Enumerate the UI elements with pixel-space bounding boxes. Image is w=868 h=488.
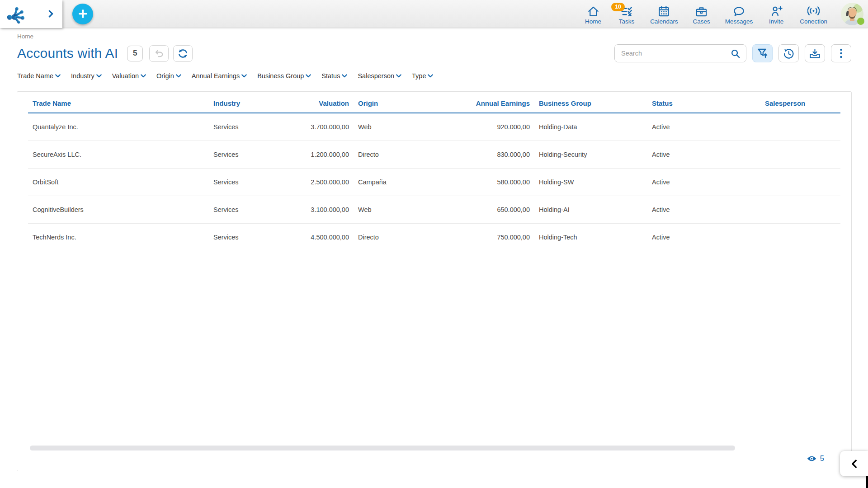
cell-trade-name: OrbitSoft bbox=[28, 168, 209, 196]
cell-industry: Services bbox=[209, 223, 281, 251]
cell-salesperson bbox=[760, 113, 840, 141]
chevron-down-icon bbox=[55, 74, 61, 78]
chevron-down-icon bbox=[176, 74, 181, 78]
cell-salesperson bbox=[760, 223, 840, 251]
filter-chip-label: Valuation bbox=[112, 72, 139, 80]
filter-button[interactable] bbox=[752, 44, 773, 62]
cell-business-group: Holding-Security bbox=[534, 141, 647, 168]
page-title: Accounts with AI bbox=[17, 46, 118, 61]
table-row-secureaxis-llc[interactable]: SecureAxis LLC.Services1.200.000,00Direc… bbox=[28, 141, 840, 168]
chevron-left-icon bbox=[851, 460, 857, 468]
screen-edge-artifact bbox=[866, 476, 868, 488]
column-header-status[interactable]: Status bbox=[647, 92, 760, 113]
filter-chip-industry[interactable]: Industry bbox=[71, 72, 102, 80]
filter-chips-row: Trade Name Industry Valuation Origin Ann… bbox=[17, 72, 851, 80]
side-panel-toggle[interactable] bbox=[840, 451, 868, 476]
filter-chip-origin[interactable]: Origin bbox=[156, 72, 181, 80]
top-navigation: Home 10 Tasks Calendars Cases Messages I… bbox=[583, 2, 834, 25]
more-actions-button[interactable] bbox=[831, 44, 851, 62]
cell-annual-earnings: 830.000,00 bbox=[446, 141, 534, 168]
filter-up-icon bbox=[757, 48, 768, 59]
chevron-right-icon bbox=[48, 10, 53, 18]
filter-chip-trade-name[interactable]: Trade Name bbox=[17, 72, 61, 80]
cell-industry: Services bbox=[209, 113, 281, 141]
nav-item-cases[interactable]: Cases bbox=[692, 2, 712, 25]
nav-item-messages[interactable]: Messages bbox=[725, 2, 753, 25]
table-row-technerds-inc[interactable]: TechNerds Inc.Services4.500.000,00Direct… bbox=[28, 223, 840, 251]
table-row-orbitsoft[interactable]: OrbitSoftServices2.500.000,00Campaña580.… bbox=[28, 168, 840, 196]
nav-item-label: Home bbox=[585, 18, 601, 25]
column-header-valuation[interactable]: Valuation bbox=[281, 92, 354, 113]
table-row-cognitivebuilders[interactable]: CognitiveBuildersServices3.100.000,00Web… bbox=[28, 196, 840, 223]
cell-origin: Web bbox=[354, 113, 446, 141]
cell-trade-name: SecureAxis LLC. bbox=[28, 141, 209, 168]
filter-chip-label: Status bbox=[321, 72, 340, 80]
nav-item-invite[interactable]: Invite bbox=[766, 2, 786, 25]
filter-chip-salesperson[interactable]: Salesperson bbox=[358, 72, 401, 80]
undo-icon bbox=[154, 48, 164, 59]
cell-business-group: Holding-SW bbox=[534, 168, 647, 196]
cell-industry: Services bbox=[209, 168, 281, 196]
filter-chip-status[interactable]: Status bbox=[321, 72, 347, 80]
person-add-icon bbox=[770, 5, 783, 18]
filter-chip-label: Salesperson bbox=[358, 72, 394, 80]
chevron-down-icon bbox=[241, 74, 247, 78]
column-header-annual-earnings[interactable]: Annual Earnings bbox=[446, 92, 534, 113]
column-header-origin[interactable]: Origin bbox=[354, 92, 446, 113]
eye-icon bbox=[807, 455, 816, 462]
history-button[interactable] bbox=[778, 44, 799, 62]
cell-trade-name: Quantalyze Inc. bbox=[28, 113, 209, 141]
filter-chip-annual-earnings[interactable]: Annual Earnings bbox=[192, 72, 247, 80]
cell-business-group: Holding-Data bbox=[534, 113, 647, 141]
filter-chip-type[interactable]: Type bbox=[412, 72, 433, 80]
column-header-business-group[interactable]: Business Group bbox=[534, 92, 647, 113]
plus-icon bbox=[78, 9, 88, 19]
filter-chip-label: Industry bbox=[71, 72, 94, 80]
record-count-badge: 5 bbox=[127, 46, 143, 61]
table-row-quantalyze-inc[interactable]: Quantalyze Inc.Services3.700.000,00Web92… bbox=[28, 113, 840, 141]
search-group bbox=[614, 44, 746, 62]
nav-item-label: Calendars bbox=[650, 18, 678, 25]
nav-item-home[interactable]: Home bbox=[583, 2, 603, 25]
app-logo-box bbox=[0, 0, 62, 28]
cell-origin: Campaña bbox=[354, 168, 446, 196]
cell-valuation: 1.200.000,00 bbox=[281, 141, 354, 168]
nav-item-calendars[interactable]: Calendars bbox=[650, 2, 678, 25]
column-header-trade-name[interactable]: Trade Name bbox=[28, 92, 209, 113]
cell-business-group: Holding-Tech bbox=[534, 223, 647, 251]
filter-chip-valuation[interactable]: Valuation bbox=[112, 72, 146, 80]
export-button[interactable] bbox=[805, 44, 825, 62]
table-header-row: Trade NameIndustryValuationOriginAnnual … bbox=[28, 92, 840, 113]
sidebar-expand-button[interactable] bbox=[47, 8, 55, 19]
search-input[interactable] bbox=[615, 45, 724, 62]
undo-button[interactable] bbox=[149, 45, 169, 62]
column-header-salesperson[interactable]: Salesperson bbox=[760, 92, 840, 113]
quick-create-button[interactable] bbox=[72, 4, 93, 24]
cell-status: Active bbox=[647, 196, 760, 223]
column-header-industry[interactable]: Industry bbox=[209, 92, 281, 113]
horizontal-scrollbar[interactable] bbox=[30, 446, 735, 450]
nav-item-label: Messages bbox=[725, 18, 753, 25]
cell-origin: Directo bbox=[354, 223, 446, 251]
briefcase-icon bbox=[695, 5, 708, 18]
cell-valuation: 3.700.000,00 bbox=[281, 113, 354, 141]
visible-records-indicator: 5 bbox=[807, 454, 824, 463]
chevron-down-icon bbox=[96, 74, 102, 78]
filter-chip-business-group[interactable]: Business Group bbox=[257, 72, 311, 80]
nav-badge: 10 bbox=[611, 3, 625, 11]
app-logo-gecko-icon[interactable] bbox=[5, 4, 25, 24]
nav-item-conection[interactable]: Conection bbox=[800, 2, 827, 25]
nav-item-label: Cases bbox=[693, 18, 710, 25]
cell-industry: Services bbox=[209, 141, 281, 168]
chat-bubble-icon bbox=[733, 5, 745, 18]
refresh-button[interactable] bbox=[173, 45, 193, 62]
cell-valuation: 4.500.000,00 bbox=[281, 223, 354, 251]
cell-origin: Web bbox=[354, 196, 446, 223]
breadcrumb[interactable]: Home bbox=[17, 33, 33, 40]
user-avatar[interactable] bbox=[841, 3, 863, 25]
search-button[interactable] bbox=[724, 45, 746, 62]
chevron-down-icon bbox=[306, 74, 311, 78]
cell-salesperson bbox=[760, 168, 840, 196]
cell-valuation: 2.500.000,00 bbox=[281, 168, 354, 196]
nav-item-tasks[interactable]: 10 Tasks bbox=[617, 2, 637, 25]
